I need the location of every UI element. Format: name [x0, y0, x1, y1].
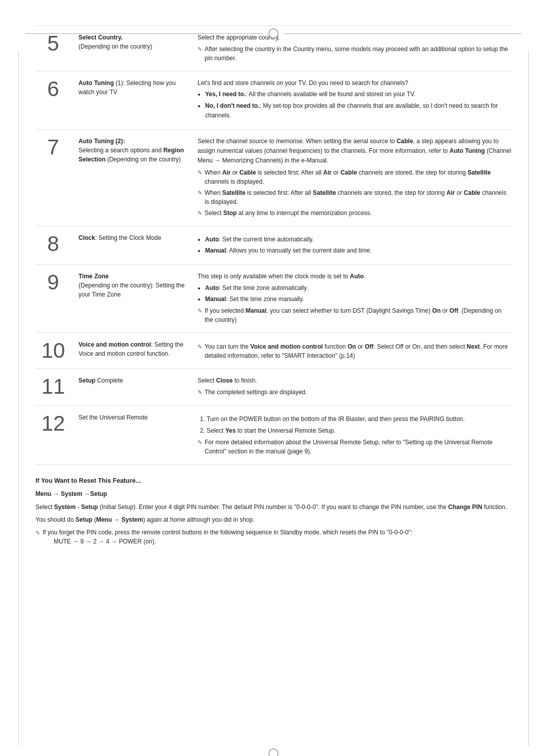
step-content-text: Select the appropriate country. [198, 34, 280, 41]
step-title: Select Country. [79, 34, 123, 41]
step-title: Setup [79, 377, 95, 384]
top-line-left [25, 33, 263, 34]
step-content-cell: Turn on the POWER button on the bottom o… [192, 405, 512, 464]
step-number: 7 [47, 135, 59, 159]
table-row: 6 Auto Tuning (1): Selecting how you wat… [35, 71, 512, 130]
reset-note-text: If you forget the PIN code, press the re… [43, 528, 412, 546]
step-title: Set the Universal Remote [79, 414, 148, 421]
steps-table: 5 Select Country. (Depending on the coun… [35, 25, 512, 465]
note-text: Select Stop at any time to interrupt the… [205, 208, 372, 218]
step-title: Auto Tuning (2): [79, 138, 125, 145]
step-title-cell: Setup Complete [76, 369, 192, 406]
step-number-cell: 10 [35, 333, 76, 369]
table-row: 12 Set the Universal Remote Turn on the … [35, 405, 512, 464]
note-icon: ✎ [198, 343, 202, 352]
step-content-text: Select Close to finish. [198, 377, 257, 384]
reset-section-title: If You Want to Reset This Feature... [35, 476, 512, 486]
note-text: The completed settings are displayed. [205, 388, 307, 397]
step-subtitle: (Depending on the country) [79, 43, 152, 50]
step-bullet-list: Auto: Set the time zone automatically. M… [205, 283, 512, 304]
step-number-cell: 9 [35, 265, 76, 333]
reset-note-line: ✎ If you forget the PIN code, press the … [35, 528, 512, 546]
step-number-cell: 11 [35, 369, 76, 406]
step-subtitle: Selecting a search options and Region Se… [79, 147, 184, 163]
step-subtitle: Complete [95, 377, 123, 384]
reset-paragraph2: You should do Setup (Menu → System) agai… [35, 515, 512, 525]
note-indent: MUTE → 8 → 2 → 4 → POWER (on). [54, 538, 156, 545]
step-title-cell: Select Country. (Depending on the countr… [76, 26, 192, 71]
step-content-text: Select the channel source to memorise. W… [198, 138, 511, 164]
step-title: Auto Tuning [79, 79, 114, 87]
step-number-cell: 5 [35, 26, 76, 71]
list-item: Turn on the POWER button on the bottom o… [207, 414, 512, 424]
step-title: Time Zone [79, 273, 109, 280]
note-line: ✎ When Air or Cable is selected first: A… [198, 168, 512, 186]
step-number-cell: 8 [35, 226, 76, 265]
note-icon: ✎ [198, 438, 202, 447]
step-number-cell: 7 [35, 129, 76, 226]
note-line: ✎ After selecting the country in the Cou… [198, 45, 512, 63]
step-content-text: Let's find and store channels on your TV… [198, 79, 408, 87]
step-content-cell: Let's find and store channels on your TV… [192, 71, 512, 130]
step-numbered-list: Turn on the POWER button on the bottom o… [207, 414, 512, 436]
reset-menu-path: Menu → System →Setup [35, 489, 512, 499]
page-container: 5 Select Country. (Depending on the coun… [0, 25, 547, 756]
note-text: After selecting the country in the Count… [205, 45, 512, 63]
table-row: 8 Clock: Setting the Clock Mode Auto: Se… [35, 226, 512, 265]
step-number-cell: 12 [35, 405, 76, 464]
note-line: ✎ For more detailed information about th… [198, 438, 512, 456]
note-icon: ✎ [198, 209, 202, 218]
note-text: For more detailed information about the … [205, 438, 512, 456]
table-row: 7 Auto Tuning (2): Selecting a search op… [35, 129, 512, 226]
step-content-cell: Select Close to finish. ✎ The completed … [192, 369, 512, 406]
bottom-circle-icon [268, 748, 279, 756]
note-icon: ✎ [198, 307, 202, 316]
step-number: 11 [42, 374, 65, 398]
step-number: 6 [47, 77, 59, 101]
side-line-left [18, 51, 19, 746]
step-content-cell: ✎ You can turn the Voice and motion cont… [192, 333, 512, 369]
note-line: ✎ The completed settings are displayed. [198, 388, 512, 397]
step-number: 5 [47, 31, 59, 55]
step-content-cell: Select the appropriate country. ✎ After … [192, 26, 512, 71]
step-content-cell: Auto: Set the current time automatically… [192, 226, 512, 265]
step-content-cell: This step is only available when the clo… [192, 265, 512, 333]
step-number: 9 [47, 270, 59, 294]
top-circle-icon [268, 28, 279, 38]
list-item: Select Yes to start the Universal Remote… [207, 426, 512, 436]
step-title-cell: Voice and motion control: Setting the Vo… [76, 333, 192, 369]
reset-section: If You Want to Reset This Feature... Men… [35, 476, 512, 545]
list-item: No, I don't need to.: My set-top box pro… [205, 101, 512, 120]
step-title-cell: Auto Tuning (2): Selecting a search opti… [76, 129, 192, 226]
note-line: ✎ If you selected Manual, you can select… [198, 306, 512, 324]
note-icon: ✎ [198, 388, 202, 397]
step-title-cell: Clock: Setting the Clock Mode [76, 226, 192, 265]
list-item: Auto: Set the time zone automatically. [205, 283, 512, 293]
content-area: 5 Select Country. (Depending on the coun… [35, 25, 512, 546]
step-subtitle: (Depending on the country): Setting the … [79, 282, 184, 298]
step-title: Clock [79, 234, 95, 241]
step-bullet-list: Auto: Set the current time automatically… [205, 235, 512, 256]
list-item: Manual: Set the time zone manually. [205, 295, 512, 304]
step-title-cell: Set the Universal Remote [76, 405, 192, 464]
note-line: ✎ When Satellite is selected first: Afte… [198, 188, 512, 206]
step-subtitle: : Setting the Clock Mode [95, 234, 162, 241]
note-text: When Satellite is selected first: After … [205, 188, 512, 206]
note-icon: ✎ [35, 528, 40, 538]
side-line-right [528, 51, 529, 746]
step-title-cell: Auto Tuning (1): Selecting how you watch… [76, 71, 192, 130]
list-item: Yes, I need to.: All the channels availa… [205, 90, 512, 99]
step-number: 12 [42, 411, 65, 435]
note-line: ✎ You can turn the Voice and motion cont… [198, 342, 512, 360]
table-row: 11 Setup Complete Select Close to finish… [35, 369, 512, 406]
top-line-right [284, 33, 522, 34]
table-row: 9 Time Zone (Depending on the country): … [35, 265, 512, 333]
list-item: Manual: Allows you to manually set the c… [205, 246, 512, 256]
step-title-cell: Time Zone (Depending on the country): Se… [76, 265, 192, 333]
note-line: ✎ Select Stop at any time to interrupt t… [198, 208, 512, 218]
reset-paragraph1: Select System - Setup (Initial Setup). E… [35, 502, 512, 512]
step-number: 8 [47, 232, 59, 256]
step-title: Voice and motion control [79, 341, 151, 348]
note-icon: ✎ [198, 45, 202, 54]
step-content-text: This step is only available when the clo… [198, 273, 366, 280]
